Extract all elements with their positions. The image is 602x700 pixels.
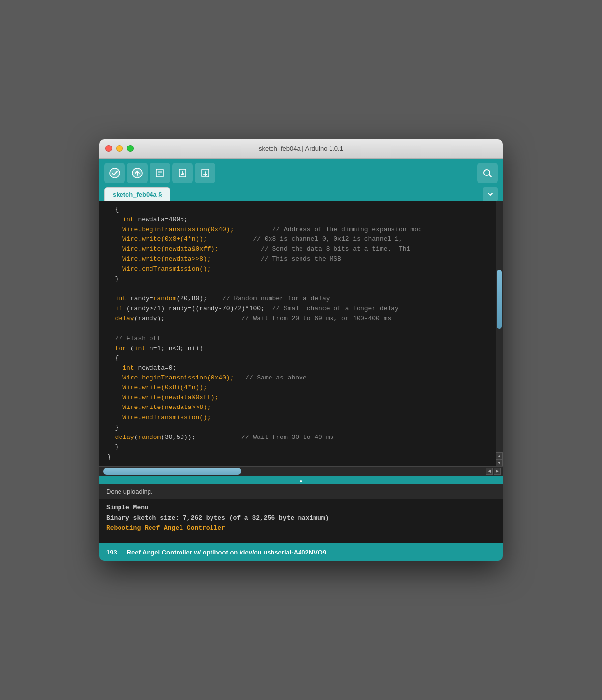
window-title: sketch_feb04a | Arduino 1.0.1	[259, 145, 343, 152]
verify-icon	[109, 168, 120, 178]
scrollbar-arrows-v: ▲ ▼	[496, 452, 503, 466]
code-line: }	[99, 423, 496, 433]
code-line: {	[99, 353, 496, 363]
close-button[interactable]	[105, 145, 112, 152]
search-button[interactable]	[477, 163, 498, 183]
code-line: Wire.beginTransmission(0x40); // Same as…	[99, 373, 496, 383]
new-icon	[154, 168, 165, 178]
horizontal-scrollbar[interactable]: ◀ ▶	[99, 466, 503, 476]
scroll-down-button[interactable]: ▼	[496, 459, 503, 466]
line-number: 193	[106, 549, 117, 556]
title-bar: sketch_feb04a | Arduino 1.0.1	[99, 139, 503, 159]
new-button[interactable]	[150, 163, 170, 183]
save-icon	[200, 168, 211, 178]
status-text: Done uploading.	[106, 488, 153, 495]
scroll-right-button[interactable]: ▶	[494, 468, 501, 475]
console-area: Simple Menu Binary sketch size: 7,262 by…	[99, 499, 503, 543]
collapse-arrow-icon: ▲	[299, 477, 303, 483]
code-line: Wire.write(newdata>>8);	[99, 403, 496, 412]
board-info: Reef Angel Controller w/ optiboot on /de…	[127, 549, 326, 556]
svg-point-0	[110, 168, 120, 178]
code-line	[99, 323, 496, 333]
code-line: // Flash off	[99, 334, 496, 344]
console-line-3: Rebooting Reef Angel Controller	[106, 524, 496, 534]
open-icon	[177, 168, 188, 178]
tab-sketch[interactable]: sketch_feb04a §	[104, 187, 170, 201]
code-line: Wire.write(newdata>>8); // This sends th…	[99, 254, 496, 264]
code-line: int newdata=0;	[99, 363, 496, 373]
code-line: {	[99, 205, 496, 215]
chevron-down-icon	[487, 191, 493, 197]
scrollbar-thumb-v[interactable]	[497, 270, 502, 329]
save-button[interactable]	[195, 163, 215, 183]
tab-dropdown-button[interactable]	[483, 187, 498, 201]
svg-line-12	[489, 175, 492, 177]
code-line: Wire.endTransmission();	[99, 413, 496, 423]
scroll-up-button[interactable]: ▲	[496, 452, 503, 459]
maximize-button[interactable]	[127, 145, 134, 152]
status-bar: Done uploading.	[99, 484, 503, 499]
console-line-2: Binary sketch size: 7,262 bytes (of a 32…	[106, 513, 496, 524]
code-line: Wire.beginTransmission(0x40); // Address…	[99, 225, 496, 234]
upload-icon	[132, 168, 143, 178]
vertical-scrollbar[interactable]: ▲ ▼	[496, 201, 503, 467]
tab-label: sketch_feb04a §	[113, 191, 162, 198]
search-icon	[482, 168, 493, 178]
console-line-1: Simple Menu	[106, 503, 496, 513]
scrollbar-thumb-h[interactable]	[103, 468, 241, 475]
open-button[interactable]	[172, 163, 193, 183]
code-line: delay(random(30,50)); // Wait from 30 to…	[99, 433, 496, 442]
code-line: Wire.write(newdata&0xff); // Send the da…	[99, 244, 496, 254]
editor-wrapper: { int newdata=4095; Wire.beginTransmissi…	[99, 201, 503, 476]
svg-rect-3	[156, 169, 163, 177]
code-line: if (randy>71) randy=((randy-70)/2)*100; …	[99, 304, 496, 314]
verify-button[interactable]	[104, 163, 125, 183]
code-editor[interactable]: { int newdata=4095; Wire.beginTransmissi…	[99, 201, 496, 467]
minimize-button[interactable]	[116, 145, 123, 152]
code-line: for (int n=1; n<3; n++)	[99, 344, 496, 353]
code-line: }	[99, 274, 496, 284]
bottom-status-bar: 193 Reef Angel Controller w/ optiboot on…	[99, 543, 503, 561]
collapse-bar[interactable]: ▲	[99, 476, 503, 484]
toolbar	[99, 159, 503, 187]
code-line: }	[99, 452, 496, 462]
code-line: Wire.endTransmission();	[99, 264, 496, 274]
code-line	[99, 284, 496, 294]
window-controls	[105, 145, 134, 152]
arduino-window: sketch_feb04a | Arduino 1.0.1	[99, 139, 503, 561]
code-line: Wire.write(0x8+(4*n));	[99, 383, 496, 393]
tab-bar: sketch_feb04a §	[99, 187, 503, 201]
code-line: delay(randy); // Wait from 20 to 69 ms, …	[99, 314, 496, 323]
code-line: Wire.write(newdata&0xff);	[99, 393, 496, 403]
code-line: Wire.write(0x8+(4*n)); // 0x8 is channel…	[99, 234, 496, 244]
scroll-left-button[interactable]: ◀	[486, 468, 493, 475]
code-line: int newdata=4095;	[99, 215, 496, 225]
code-line: int randy=random(20,80); // Random numbe…	[99, 294, 496, 304]
upload-button[interactable]	[127, 163, 148, 183]
scrollbar-arrows-h: ◀ ▶	[486, 468, 503, 475]
code-line: }	[99, 442, 496, 452]
